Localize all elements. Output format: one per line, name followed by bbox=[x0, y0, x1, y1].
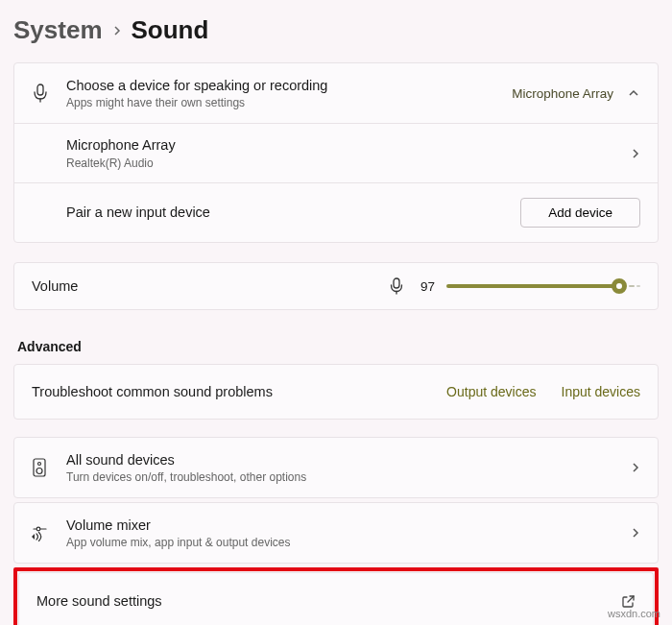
watermark: wsxdn.com bbox=[608, 608, 660, 619]
pair-input-row: Pair a new input device Add device bbox=[14, 182, 658, 242]
all-sound-devices-row[interactable]: All sound devices Turn devices on/off, t… bbox=[13, 437, 659, 498]
add-device-button[interactable]: Add device bbox=[520, 198, 640, 228]
slider-tail bbox=[636, 285, 640, 287]
volume-slider[interactable] bbox=[446, 284, 625, 288]
input-device-item[interactable]: Microphone Array Realtek(R) Audio bbox=[14, 123, 658, 182]
troubleshoot-title: Troubleshoot common sound problems bbox=[32, 384, 446, 399]
choose-input-device-row[interactable]: Choose a device for speaking or recordin… bbox=[14, 63, 658, 123]
svg-rect-0 bbox=[37, 84, 43, 95]
output-devices-link[interactable]: Output devices bbox=[446, 384, 536, 399]
slider-thumb[interactable] bbox=[612, 278, 627, 294]
volume-mixer-title: Volume mixer bbox=[66, 517, 631, 535]
chevron-right-icon bbox=[631, 147, 640, 160]
input-device-sub: Realtek(R) Audio bbox=[66, 156, 631, 170]
volume-card: Volume 97 bbox=[13, 262, 659, 310]
slider-tail bbox=[629, 285, 635, 287]
input-devices-link[interactable]: Input devices bbox=[562, 384, 641, 399]
svg-point-4 bbox=[36, 469, 42, 474]
volume-mixer-row[interactable]: Volume mixer App volume mix, app input &… bbox=[13, 502, 659, 564]
breadcrumb: System Sound bbox=[13, 15, 659, 45]
advanced-section-label: Advanced bbox=[17, 339, 659, 354]
svg-rect-1 bbox=[394, 278, 399, 288]
choose-input-title: Choose a device for speaking or recordin… bbox=[66, 77, 512, 95]
chevron-right-icon bbox=[631, 461, 640, 474]
choose-input-sub: Apps might have their own settings bbox=[66, 96, 512, 109]
troubleshoot-card: Troubleshoot common sound problems Outpu… bbox=[13, 364, 659, 420]
chevron-right-icon bbox=[631, 526, 640, 540]
svg-point-5 bbox=[36, 527, 40, 531]
input-device-card: Choose a device for speaking or recordin… bbox=[13, 62, 659, 243]
volume-value: 97 bbox=[414, 279, 435, 294]
svg-point-3 bbox=[38, 463, 41, 466]
input-device-title: Microphone Array bbox=[66, 136, 631, 155]
pair-input-title: Pair a new input device bbox=[66, 204, 520, 222]
selected-input-device: Microphone Array bbox=[512, 86, 613, 101]
more-sound-title: More sound settings bbox=[36, 592, 621, 611]
all-sound-sub: Turn devices on/off, troubleshoot, other… bbox=[66, 470, 631, 484]
volume-label: Volume bbox=[32, 278, 78, 294]
all-sound-title: All sound devices bbox=[66, 451, 631, 469]
page-title: Sound bbox=[132, 15, 209, 45]
external-link-icon bbox=[621, 594, 636, 609]
speaker-device-icon bbox=[32, 457, 66, 478]
chevron-right-icon bbox=[112, 25, 122, 36]
mixer-icon bbox=[32, 524, 66, 541]
chevron-up-icon[interactable] bbox=[627, 88, 640, 98]
highlight-annotation: More sound settings bbox=[13, 567, 659, 625]
volume-mixer-sub: App volume mix, app input & output devic… bbox=[66, 536, 631, 549]
breadcrumb-parent[interactable]: System bbox=[13, 15, 103, 45]
microphone-icon[interactable] bbox=[389, 276, 404, 296]
more-sound-settings-row[interactable]: More sound settings bbox=[18, 572, 654, 625]
microphone-icon bbox=[32, 83, 66, 104]
